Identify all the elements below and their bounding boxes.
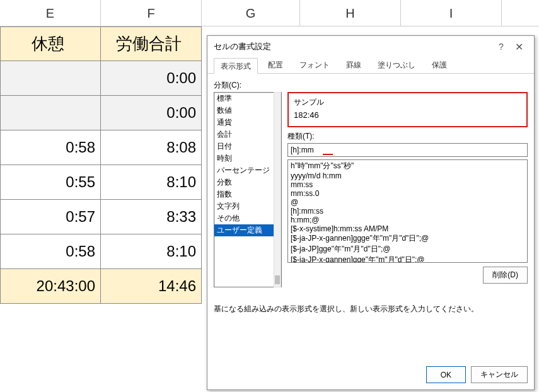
cell[interactable]: 0:57: [0, 200, 101, 234]
total-cell[interactable]: 20:43:00: [0, 269, 101, 304]
ok-button[interactable]: OK: [426, 366, 466, 383]
input-cursor-mark: [323, 154, 333, 155]
col-header-E[interactable]: E: [0, 0, 101, 26]
category-item[interactable]: 分数: [214, 176, 281, 188]
category-item[interactable]: パーセンテージ: [214, 164, 281, 176]
tab-fill[interactable]: 塗りつぶし: [371, 57, 422, 73]
type-item[interactable]: mm:ss: [289, 180, 526, 189]
category-item[interactable]: 指数: [214, 188, 281, 200]
delete-button[interactable]: 削除(D): [483, 267, 528, 284]
category-item[interactable]: 数値: [214, 105, 281, 117]
category-item[interactable]: 時刻: [214, 153, 281, 164]
scrollbar-thumb[interactable]: [275, 275, 280, 284]
header-cell-worktotal[interactable]: 労働合計: [101, 26, 202, 61]
type-item[interactable]: [$-ja-JP-x-gannen]gge"年"m"月"d"日";@: [289, 255, 526, 263]
type-label: 種類(T):: [287, 131, 528, 142]
cell[interactable]: [0, 96, 101, 130]
col-header-H[interactable]: H: [300, 0, 401, 26]
col-header-F[interactable]: F: [101, 0, 202, 26]
cell[interactable]: 8:33: [101, 200, 202, 234]
category-list[interactable]: 標準 数値 通貨 会計 日付 時刻 パーセンテージ 分数 指数 文字列 その他 …: [214, 92, 282, 287]
help-icon[interactable]: ?: [492, 40, 510, 54]
cell[interactable]: 0:58: [0, 234, 101, 269]
type-item[interactable]: [$-x-systime]h:mm:ss AM/PM: [289, 224, 526, 233]
type-item[interactable]: yyyy/m/d h:mm: [289, 171, 526, 180]
tab-number-format[interactable]: 表示形式: [214, 58, 258, 74]
type-item[interactable]: [h]:mm:ss: [289, 207, 526, 216]
total-cell[interactable]: 14:46: [101, 269, 202, 304]
category-item[interactable]: 標準: [214, 93, 281, 105]
tab-protection[interactable]: 保護: [426, 57, 453, 73]
category-item[interactable]: 文字列: [214, 200, 281, 212]
col-header-I[interactable]: I: [401, 0, 502, 26]
type-item[interactable]: [$-ja-JP]gge"年"m"月"d"日";@: [289, 244, 526, 255]
type-item[interactable]: h"時"mm"分"ss"秒": [289, 161, 526, 171]
cell[interactable]: 0:58: [0, 130, 101, 165]
tab-font[interactable]: フォント: [293, 57, 336, 73]
sample-box: サンプル 182:46: [287, 92, 528, 127]
cell[interactable]: 8:10: [101, 234, 202, 269]
col-header-G[interactable]: G: [202, 0, 300, 26]
category-item-selected[interactable]: ユーザー定義: [214, 224, 281, 236]
tab-border[interactable]: 罫線: [340, 57, 368, 73]
header-cell-break[interactable]: 休憩: [0, 26, 101, 61]
category-item[interactable]: 日付: [214, 141, 281, 153]
cell[interactable]: 0:00: [101, 96, 202, 130]
dialog-title: セルの書式設定: [214, 41, 271, 52]
sample-value: 182:46: [294, 110, 521, 120]
sample-label: サンプル: [294, 97, 521, 108]
cell[interactable]: 8:08: [101, 130, 202, 165]
dialog-titlebar[interactable]: セルの書式設定 ? ✕: [207, 36, 534, 57]
type-item[interactable]: mm:ss.0: [289, 189, 526, 198]
cell[interactable]: 0:55: [0, 165, 101, 200]
type-item[interactable]: @: [289, 198, 526, 207]
category-item[interactable]: 通貨: [214, 117, 281, 129]
cell[interactable]: [0, 61, 101, 96]
column-headers: E F G H I: [0, 0, 539, 26]
scrollbar[interactable]: [274, 92, 281, 287]
cancel-button[interactable]: キャンセル: [471, 366, 528, 383]
tab-alignment[interactable]: 配置: [262, 57, 289, 73]
type-item[interactable]: [$-ja-JP-x-gannen]ggge"年"m"月"d"日";@: [289, 233, 526, 244]
close-icon[interactable]: ✕: [510, 40, 528, 54]
dialog-tabs: 表示形式 配置 フォント 罫線 塗りつぶし 保護: [207, 57, 534, 74]
category-item[interactable]: その他: [214, 212, 281, 224]
cell[interactable]: 0:00: [101, 61, 202, 96]
category-item[interactable]: 会計: [214, 129, 281, 141]
format-cells-dialog: セルの書式設定 ? ✕ 表示形式 配置 フォント 罫線 塗りつぶし 保護 分類(…: [207, 35, 535, 390]
cell[interactable]: 8:10: [101, 165, 202, 200]
type-item[interactable]: h:mm;@: [289, 216, 526, 224]
type-list[interactable]: h"時"mm"分"ss"秒" yyyy/m/d h:mm mm:ss mm:ss…: [287, 159, 528, 263]
category-label: 分類(C):: [214, 80, 528, 91]
hint-text: 基になる組み込みの表示形式を選択し、新しい表示形式を入力してください。: [214, 304, 528, 314]
